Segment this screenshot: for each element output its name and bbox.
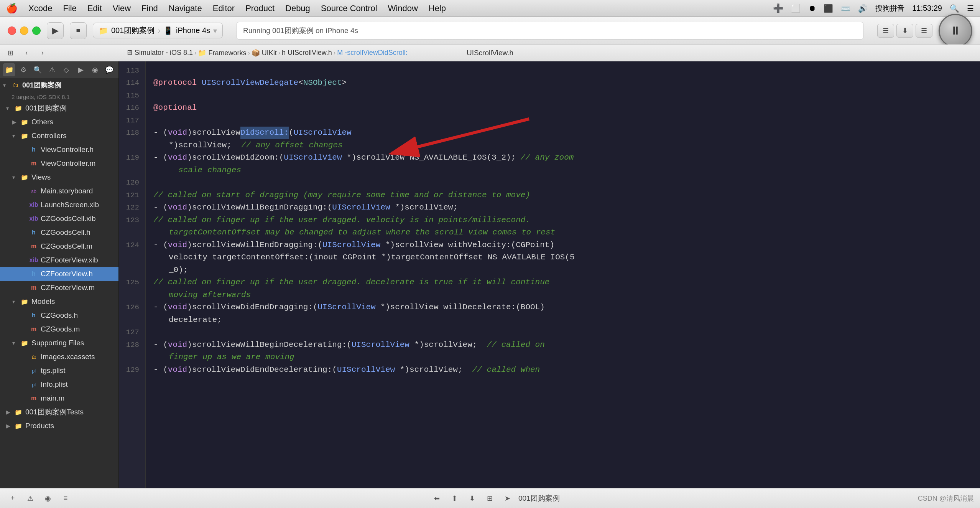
code-content[interactable]: @protocol UIScrollViewDelegate<NSObject>…: [146, 61, 980, 488]
sidebar-item-czgoods-m[interactable]: m CZGoods.m: [0, 322, 118, 336]
forward-button[interactable]: ›: [36, 46, 49, 59]
sidebar-item-czfooterview-m[interactable]: m CZFooterView.m: [0, 281, 118, 295]
breadcrumb-uikit[interactable]: 📦 UIKit: [252, 49, 277, 57]
maximize-button[interactable]: [32, 26, 41, 35]
nav-up-button[interactable]: ⬆: [448, 492, 461, 505]
file-title: UIScrollView.h: [467, 49, 513, 57]
ime-icon[interactable]: 搜狗拼音: [875, 3, 904, 13]
sidebar-item-viewcontroller-m[interactable]: m ViewController.m: [0, 157, 118, 170]
warning-button[interactable]: ⚠: [24, 492, 37, 505]
run-button[interactable]: ▶: [47, 22, 64, 39]
menu-help[interactable]: Help: [429, 3, 446, 13]
file-navigator-icon[interactable]: 📁: [3, 63, 15, 76]
sidebar-toolbar: 📁 ⚙ 🔍 ⚠ ◇ ▶ ◉ 💬: [0, 61, 118, 78]
code-editor[interactable]: 113 114 115 116 117 118 119 120 121 122 …: [119, 61, 980, 488]
sidebar-item-launchscreen[interactable]: xib LaunchScreen.xib: [0, 198, 118, 212]
code-line-128: - (void)scrollViewWillBeginDecelerating:…: [153, 339, 972, 351]
sidebar-item-czgoodscell-h[interactable]: h CZGoodsCell.h: [0, 226, 118, 239]
menu-debug[interactable]: Debug: [285, 3, 310, 13]
inspector-toggle[interactable]: ☰: [916, 24, 932, 38]
split-view-button[interactable]: ⊞: [483, 492, 496, 505]
sidebar-item-project[interactable]: ▾ 🗂 001团购案例: [0, 78, 118, 92]
expand-icon[interactable]: ⬛: [824, 4, 833, 13]
code-line-126b: decelerate;: [153, 314, 972, 327]
arrow-others: ▶: [12, 119, 18, 125]
sidebar-item-tests[interactable]: ▶ 📁 001团购案例Tests: [0, 405, 118, 419]
sidebar-item-main-storyboard[interactable]: sb Main.storyboard: [0, 184, 118, 198]
nav-left-button[interactable]: ⬅: [430, 492, 443, 505]
code-line-116: @optional: [153, 102, 972, 115]
search-navigator-icon[interactable]: 🔍: [32, 63, 44, 76]
sidebar-item-viewcontroller-h[interactable]: h ViewController.h: [0, 143, 118, 157]
error-button[interactable]: ◉: [41, 492, 54, 505]
menu-editor[interactable]: Editor: [213, 3, 235, 13]
search-icon[interactable]: 🔍: [950, 4, 959, 13]
sidebar-item-czgoodscell-m[interactable]: m CZGoodsCell.m: [0, 239, 118, 253]
sidebar-item-views[interactable]: ▾ 📁 Views: [0, 170, 118, 184]
input-icon[interactable]: ⌨️: [841, 4, 850, 13]
code-area[interactable]: 113 114 115 116 117 118 119 120 121 122 …: [119, 61, 980, 488]
sidebar-item-main-folder[interactable]: ▾ 📁 001团购案例: [0, 101, 118, 115]
symbol-navigator-icon[interactable]: ⚙: [17, 63, 29, 76]
back-button[interactable]: ‹: [20, 46, 33, 59]
menu-product[interactable]: Product: [245, 3, 275, 13]
code-line-118: - (void)scrollViewDidScroll:(UIScrollVie…: [153, 127, 972, 140]
h-icon-czfooterview: h: [29, 270, 38, 278]
sidebar-project-subtitle: 2 targets, iOS SDK 8.1: [0, 92, 118, 101]
record-icon[interactable]: ⏺: [808, 4, 816, 13]
code-line-115: [153, 89, 972, 102]
pause-button[interactable]: ⏸: [939, 14, 972, 48]
debug-toggle[interactable]: ⬇: [896, 24, 913, 38]
sidebar-item-products[interactable]: ▶ 📁 Products: [0, 419, 118, 433]
menu-find[interactable]: Find: [141, 3, 158, 13]
main-folder-label: 001团购案例: [25, 103, 67, 113]
sidebar-item-supporting-files[interactable]: ▾ 📁 Supporting Files: [0, 336, 118, 350]
menu-icon[interactable]: ☰: [967, 4, 974, 13]
project-icon: 🗂: [11, 81, 20, 89]
sidebar-item-info-plist[interactable]: pl Info.plist: [0, 378, 118, 391]
add-icon[interactable]: ➕: [773, 3, 783, 13]
sep1: ›: [194, 49, 196, 56]
scheme-selector[interactable]: 📁 001团购案例 › 📱 iPhone 4s ▾: [93, 23, 223, 38]
breadcrumb-frameworks[interactable]: 📁 Frameworks: [198, 49, 246, 57]
volume-icon[interactable]: 🔊: [858, 4, 868, 13]
menu-navigate[interactable]: Navigate: [169, 3, 202, 13]
sidebar-item-main-m[interactable]: m main.m: [0, 391, 118, 405]
apple-menu[interactable]: 🍎: [6, 3, 18, 14]
breadcrumb-simulator[interactable]: 🖥 Simulator - iOS 8.1: [126, 49, 193, 57]
breadcrumb-file[interactable]: h UIScrollView.h: [282, 49, 332, 57]
menu-window[interactable]: Window: [388, 3, 418, 13]
sidebar-item-controllers[interactable]: ▾ 📁 Controllers: [0, 129, 118, 143]
bottom-center: ⬅ ⬆ ⬇ ⊞ ➤ 001团购案例: [77, 492, 913, 505]
menu-edit[interactable]: Edit: [87, 3, 102, 13]
breakpoint-navigator-icon[interactable]: ◉: [89, 63, 101, 76]
menu-xcode[interactable]: Xcode: [28, 3, 52, 13]
minimize-button[interactable]: [20, 26, 28, 35]
report-navigator-icon[interactable]: 💬: [104, 63, 115, 76]
sidebar-item-czgoodscell-xib[interactable]: xib CZGoodsCell.xib: [0, 212, 118, 226]
sidebar-item-czfooterview-h[interactable]: h CZFooterView.h: [0, 267, 118, 281]
filter-button[interactable]: ≡: [59, 492, 72, 505]
sidebar-item-czfooterview-xib[interactable]: xib CZFooterView.xib: [0, 253, 118, 267]
issue-navigator-icon[interactable]: ⚠: [46, 63, 58, 76]
menu-source-control[interactable]: Source Control: [321, 3, 377, 13]
stop-button[interactable]: ■: [70, 22, 87, 39]
nav-down-button[interactable]: ⬇: [465, 492, 478, 505]
menu-view[interactable]: View: [113, 3, 131, 13]
add-file-button[interactable]: +: [6, 492, 19, 505]
code-line-118b: *)scrollView; // any offset changes: [153, 139, 972, 152]
sidebar-item-models[interactable]: ▾ 📁 Models: [0, 295, 118, 308]
menu-file[interactable]: File: [63, 3, 76, 13]
close-button[interactable]: [8, 26, 16, 35]
sidebar-item-others[interactable]: ▶ 📁 Others: [0, 115, 118, 129]
grid-view-icon[interactable]: ⊞: [4, 46, 17, 59]
send-button[interactable]: ➤: [501, 492, 514, 505]
sidebar-item-czgoods-h[interactable]: h CZGoods.h: [0, 308, 118, 322]
sidebar-item-images-xcassets[interactable]: 🗂 Images.xcassets: [0, 350, 118, 364]
test-navigator-icon[interactable]: ◇: [61, 63, 72, 76]
navigator-toggle[interactable]: ☰: [877, 24, 894, 38]
sidebar-item-tgs-plist[interactable]: pl tgs.plist: [0, 364, 118, 378]
window-icon[interactable]: ⬜: [791, 4, 801, 13]
debug-navigator-icon[interactable]: ▶: [75, 63, 87, 76]
breadcrumb-method[interactable]: M -scrollViewDidScroll:: [337, 49, 408, 57]
